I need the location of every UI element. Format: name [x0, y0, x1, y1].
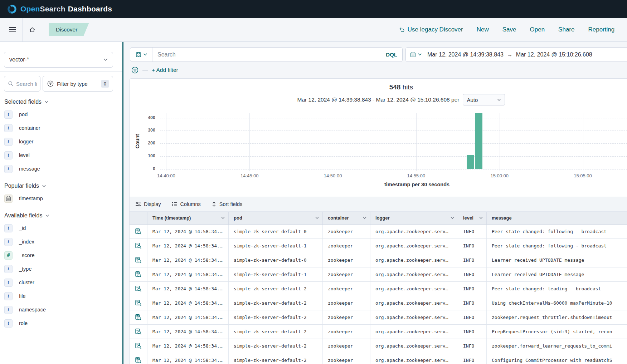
date-range-end[interactable]: Mar 12, 2024 @ 15:10:26.608 — [516, 51, 592, 58]
gridline — [160, 156, 627, 157]
field-item-message[interactable]: tmessage — [0, 162, 122, 176]
column-header-time-timestamp[interactable]: Time (timestamp) — [147, 212, 229, 224]
opensearch-logo[interactable]: OpenSearchDashboards — [7, 4, 112, 14]
expand-document-button[interactable] — [135, 271, 142, 278]
cell-level: INFO — [458, 310, 487, 324]
table-row: Mar 12, 2024 @ 14:58:34.…simple-zk-serve… — [130, 353, 627, 364]
x-tick-label: 15:05:00 — [574, 173, 592, 178]
cell-container: zookeeper — [323, 339, 370, 353]
sort-fields-button[interactable]: Sort fields — [212, 201, 242, 207]
filter-by-type-button[interactable]: Filter by type 0 — [43, 76, 113, 92]
field-item-score[interactable]: #_score — [0, 249, 122, 262]
field-item-logger[interactable]: tlogger — [0, 135, 122, 148]
action-reporting[interactable]: Reporting — [588, 26, 614, 33]
breadcrumb-discover[interactable]: Discover — [49, 23, 89, 36]
section-heading-selected[interactable]: Selected fields — [4, 99, 122, 105]
histogram-subtitle: Mar 12, 2024 @ 14:39:38.843 - Mar 12, 20… — [130, 94, 627, 105]
gridline — [500, 113, 500, 171]
field-controls: Filter by type 0 — [4, 76, 122, 92]
histogram-bar-14-58-00[interactable] — [467, 155, 474, 169]
saved-query-menu[interactable] — [130, 48, 152, 62]
cell-logger: org.apache.zookeeper.serv… — [370, 225, 458, 238]
field-item-pod[interactable]: tpod — [0, 108, 122, 121]
field-item-type[interactable]: t_type — [0, 262, 122, 276]
y-tick-label: 200 — [130, 141, 155, 146]
filter-by-type-label: Filter by type — [57, 81, 88, 87]
cell-level: INFO — [458, 225, 487, 238]
interval-select[interactable]: Auto — [463, 94, 505, 105]
field-item-file[interactable]: tfile — [0, 289, 122, 303]
cell-time: Mar 12, 2024 @ 14:58:34.… — [147, 282, 229, 296]
text-type-icon: t — [4, 151, 13, 159]
filter-icon[interactable] — [131, 67, 138, 74]
column-header-logger[interactable]: logger — [370, 212, 458, 224]
field-search-input[interactable] — [16, 81, 38, 87]
cell-level: INFO — [458, 339, 487, 353]
field-item-namespace[interactable]: tnamespace — [0, 303, 122, 316]
filter-count-badge: 0 — [101, 80, 109, 88]
section-heading-popular[interactable]: Popular fields — [4, 183, 122, 189]
field-item-id[interactable]: t_id — [0, 221, 122, 235]
action-new[interactable]: New — [477, 26, 489, 33]
field-item-index[interactable]: t_index — [0, 235, 122, 249]
expand-document-button[interactable] — [135, 343, 142, 349]
add-filter-button[interactable]: + Add filter — [152, 67, 178, 73]
cell-time: Mar 12, 2024 @ 14:58:34.… — [147, 253, 229, 267]
expand-document-button[interactable] — [135, 314, 142, 321]
filter-bar: + Add filter — [131, 67, 627, 74]
cell-time: Mar 12, 2024 @ 14:58:34.… — [147, 225, 229, 238]
field-item-role[interactable]: trole — [0, 316, 122, 330]
cell-time: Mar 12, 2024 @ 14:58:34.… — [147, 267, 229, 281]
field-item-level[interactable]: tlevel — [0, 148, 122, 162]
action-open[interactable]: Open — [530, 26, 545, 33]
text-type-icon: t — [4, 224, 13, 232]
expand-document-button[interactable] — [135, 357, 142, 364]
gridline — [160, 118, 627, 118]
expand-document-button[interactable] — [135, 300, 142, 306]
menu-button[interactable] — [4, 18, 21, 41]
section-heading-available[interactable]: Available fields — [4, 212, 122, 219]
cell-level: INFO — [458, 325, 487, 339]
expand-document-button[interactable] — [135, 228, 142, 235]
cell-message: Peer state changed: leading - broadcast — [487, 282, 627, 296]
expand-document-button[interactable] — [135, 285, 142, 292]
table-body: Mar 12, 2024 @ 14:58:34.…simple-zk-serve… — [130, 225, 627, 364]
histogram-bar-14-58-30[interactable] — [475, 113, 482, 169]
table-row: Mar 12, 2024 @ 14:58:34.…simple-zk-serve… — [130, 225, 627, 239]
action-save[interactable]: Save — [502, 26, 516, 33]
cell-pod: simple-zk-server-default-2 — [229, 325, 323, 339]
column-header-pod[interactable]: pod — [229, 212, 323, 224]
cell-logger: org.apache.zookeeper.serv… — [370, 267, 458, 281]
top-actions-nav: Use legacy DiscoverNewSaveOpenShareRepor… — [399, 26, 627, 33]
date-quick-select[interactable] — [410, 52, 427, 58]
histogram-range-text: Mar 12, 2024 @ 14:39:38.843 - Mar 12, 20… — [297, 97, 460, 103]
query-language-button[interactable]: DQL — [381, 51, 402, 58]
text-type-icon: t — [4, 238, 13, 246]
field-item-cluster[interactable]: tcluster — [0, 276, 122, 289]
expand-icon — [135, 314, 142, 321]
column-header-message[interactable]: message — [487, 212, 627, 224]
columns-button[interactable]: Columns — [172, 201, 201, 207]
column-header-container[interactable]: container — [323, 212, 370, 224]
display-button[interactable]: Display — [135, 201, 161, 207]
cell-container: zookeeper — [323, 296, 370, 310]
field-item-container[interactable]: tcontainer — [0, 121, 122, 135]
home-button[interactable] — [24, 18, 40, 41]
interval-value: Auto — [467, 97, 478, 103]
expand-document-button[interactable] — [135, 242, 142, 249]
index-pattern-select[interactable]: vector-* — [4, 52, 113, 68]
expand-document-button[interactable] — [135, 257, 142, 264]
expand-document-button[interactable] — [135, 328, 142, 335]
date-range-start[interactable]: Mar 12, 2024 @ 14:39:38.843 — [427, 51, 504, 58]
action-share[interactable]: Share — [558, 26, 574, 33]
column-header-level[interactable]: level — [458, 212, 487, 224]
gridline — [166, 113, 166, 171]
field-item-timestamp[interactable]: timestamp — [0, 192, 122, 205]
hits-count: 548 — [389, 83, 401, 91]
search-input[interactable] — [152, 51, 381, 58]
action-use-legacy-discover[interactable]: Use legacy Discover — [399, 26, 463, 33]
cell-pod: simple-zk-server-default-0 — [229, 253, 323, 267]
query-bar: DQL — [130, 47, 403, 62]
expand-icon — [135, 285, 142, 292]
text-type-icon: t — [4, 265, 13, 273]
